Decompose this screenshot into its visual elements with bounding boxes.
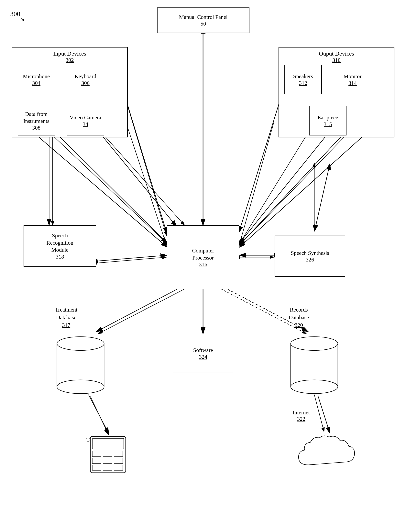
keyboard-number: 306 bbox=[81, 80, 90, 86]
speech-recognition-box: Speech Recognition Module 318 bbox=[24, 225, 96, 267]
svg-line-30 bbox=[97, 255, 167, 261]
manual-control-panel-number: 50 bbox=[201, 21, 206, 27]
speakers-box: Speakers 312 bbox=[284, 65, 322, 94]
records-database-number: 320 bbox=[295, 322, 303, 328]
svg-rect-42 bbox=[57, 344, 104, 387]
svg-line-37 bbox=[96, 289, 177, 332]
monitor-label: Monitor bbox=[344, 73, 362, 80]
telephone-label: Telephone bbox=[87, 437, 109, 443]
speech-synthesis-number: 326 bbox=[306, 256, 314, 263]
svg-line-21 bbox=[125, 98, 167, 235]
data-instruments-number: 308 bbox=[32, 125, 40, 131]
microphone-box: Microphone 304 bbox=[18, 65, 55, 94]
svg-rect-51 bbox=[103, 451, 112, 457]
video-camera-number: 34 bbox=[83, 121, 88, 128]
computer-processor-label: Computer Processor bbox=[192, 247, 214, 262]
telephone-wrap: Telephone 328 bbox=[87, 435, 109, 449]
manual-control-panel-box: Manual Control Panel 50 bbox=[157, 7, 249, 33]
input-devices-number: 302 bbox=[65, 57, 74, 63]
treatment-database-wrap: TreatmentDatabase 317 bbox=[55, 334, 77, 344]
software-box: Software 324 bbox=[173, 334, 233, 373]
speakers-number: 312 bbox=[299, 80, 307, 86]
svg-line-15 bbox=[240, 135, 346, 245]
svg-rect-52 bbox=[114, 451, 123, 457]
keyboard-box: Keyboard 306 bbox=[67, 65, 104, 94]
microphone-label: Microphone bbox=[23, 73, 50, 80]
microphone-number: 304 bbox=[32, 80, 40, 86]
manual-control-panel-label: Manual Control Panel bbox=[179, 14, 227, 21]
treatment-database-number: 317 bbox=[62, 322, 70, 328]
svg-rect-54 bbox=[103, 458, 112, 463]
software-number: 324 bbox=[199, 354, 207, 360]
svg-line-20 bbox=[314, 395, 324, 432]
ear-piece-number: 315 bbox=[324, 121, 332, 128]
svg-rect-45 bbox=[291, 344, 338, 387]
speakers-label: Speakers bbox=[293, 73, 313, 80]
svg-rect-55 bbox=[114, 458, 123, 463]
svg-rect-58 bbox=[114, 465, 123, 470]
svg-line-6 bbox=[126, 122, 167, 245]
monitor-box: Monitor 314 bbox=[334, 65, 371, 94]
records-database-wrap: RecordsDatabase 320 bbox=[289, 334, 309, 344]
internet-label: Internet bbox=[293, 410, 310, 416]
speech-synthesis-label: Speech Synthesis bbox=[291, 249, 329, 256]
svg-point-44 bbox=[57, 380, 104, 394]
internet-wrap: Internet 322 bbox=[293, 433, 310, 437]
svg-line-32 bbox=[239, 136, 326, 243]
ear-piece-label: Ear piece bbox=[318, 114, 338, 121]
monitor-number: 314 bbox=[348, 80, 357, 86]
treatment-database-label: TreatmentDatabase bbox=[55, 306, 77, 321]
svg-line-14 bbox=[240, 135, 306, 243]
svg-line-25 bbox=[126, 100, 167, 234]
software-label: Software bbox=[193, 347, 213, 354]
svg-line-12 bbox=[104, 135, 185, 225]
svg-rect-50 bbox=[92, 451, 101, 457]
figure-arrow: ↘ bbox=[20, 16, 25, 22]
svg-line-11 bbox=[239, 122, 274, 245]
svg-rect-57 bbox=[103, 465, 112, 470]
records-database-label: RecordsDatabase bbox=[289, 306, 309, 321]
svg-line-19 bbox=[88, 395, 108, 432]
data-instruments-label: Data from Instruments bbox=[23, 111, 49, 125]
video-camera-label: Video Camera bbox=[70, 114, 101, 121]
speech-synthesis-box: Speech Synthesis 326 bbox=[275, 235, 345, 277]
video-camera-box: Video Camera 34 bbox=[67, 106, 104, 135]
keyboard-label: Keyboard bbox=[75, 73, 96, 80]
svg-line-8 bbox=[97, 257, 167, 263]
svg-rect-56 bbox=[92, 465, 101, 470]
svg-line-27 bbox=[102, 136, 177, 227]
computer-processor-box: Computer Processor 316 bbox=[167, 225, 239, 289]
svg-line-16 bbox=[98, 289, 185, 334]
speech-recognition-number: 318 bbox=[56, 254, 64, 260]
svg-line-36 bbox=[316, 163, 330, 225]
internet-number: 322 bbox=[297, 416, 305, 422]
svg-rect-53 bbox=[92, 458, 101, 463]
telephone-number: 328 bbox=[94, 443, 102, 449]
input-devices-label: Input Devices bbox=[53, 50, 86, 57]
output-devices-label: Ouput Devices bbox=[319, 50, 354, 57]
data-instruments-box: Data from Instruments 308 bbox=[18, 106, 55, 135]
output-devices-number: 310 bbox=[332, 57, 341, 63]
svg-line-34 bbox=[239, 136, 342, 245]
speech-recognition-label: Speech Recognition Module bbox=[47, 232, 73, 253]
svg-line-31 bbox=[239, 100, 280, 233]
computer-processor-number: 316 bbox=[199, 261, 207, 268]
svg-line-33 bbox=[239, 136, 363, 247]
svg-point-47 bbox=[291, 380, 338, 394]
svg-line-40 bbox=[90, 397, 109, 435]
svg-line-41 bbox=[318, 397, 330, 433]
figure-label: 300 bbox=[10, 10, 20, 18]
ear-piece-box: Ear piece 315 bbox=[309, 106, 347, 135]
